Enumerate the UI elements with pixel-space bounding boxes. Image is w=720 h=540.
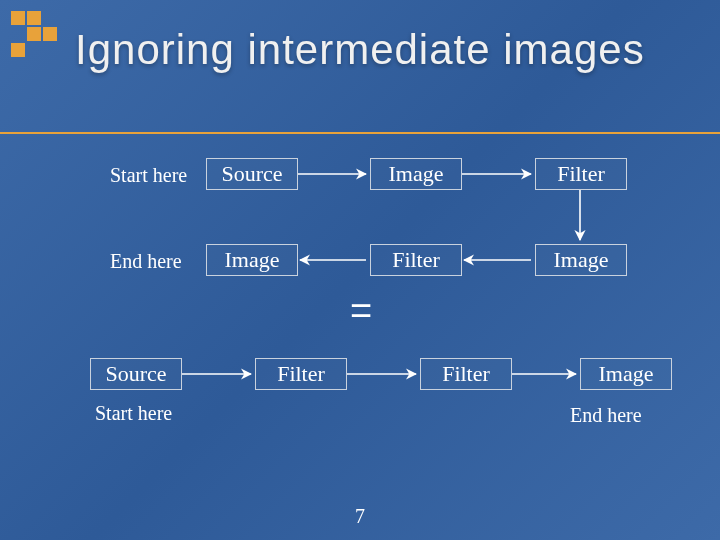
page-number: 7: [0, 505, 720, 528]
node-source: Source: [90, 358, 182, 390]
bottom-start-label: Start here: [95, 402, 172, 425]
bottom-end-label: End here: [570, 404, 642, 427]
top-end-label: End here: [110, 250, 182, 273]
node-filter: Filter: [370, 244, 462, 276]
slide-title: Ignoring intermediate images: [75, 28, 645, 72]
diagram-stage: Start here Source Image Filter End here …: [0, 140, 720, 540]
top-start-label: Start here: [110, 164, 187, 187]
node-filter: Filter: [255, 358, 347, 390]
equals-symbol: =: [350, 290, 372, 333]
node-filter: Filter: [420, 358, 512, 390]
title-underline: [0, 132, 720, 134]
node-image: Image: [206, 244, 298, 276]
node-filter: Filter: [535, 158, 627, 190]
node-image: Image: [535, 244, 627, 276]
corner-squares-decoration: [10, 10, 58, 58]
node-source: Source: [206, 158, 298, 190]
node-image: Image: [370, 158, 462, 190]
node-image: Image: [580, 358, 672, 390]
flow-arrows: [0, 140, 720, 540]
